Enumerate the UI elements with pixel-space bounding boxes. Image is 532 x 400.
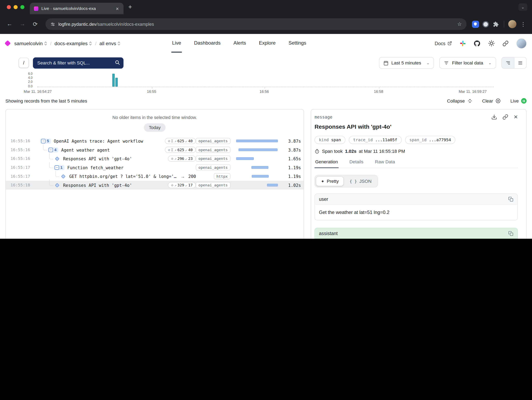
trace-row-selected[interactable]: 16:55:18 Responses API with 'gpt-4o' ⊘↗3…	[6, 181, 304, 190]
row-timestamp: 16:55:17	[11, 165, 32, 170]
new-tab-button[interactable]: +	[128, 3, 132, 11]
list-view-toggle[interactable]	[514, 57, 526, 68]
shield-extension-icon[interactable]	[471, 20, 479, 28]
breadcrumb-env[interactable]: all envs	[99, 40, 120, 46]
tab-generation[interactable]: Generation	[315, 159, 339, 168]
slash-shortcut-key[interactable]: /	[19, 58, 29, 68]
project-name: docs-examples	[54, 40, 88, 46]
span-diamond-icon	[55, 183, 59, 187]
share-link-icon[interactable]	[502, 40, 509, 47]
output-tokens-arrow-icon: ↙	[185, 139, 187, 143]
browser-tab[interactable]: Live · samuelcolvin/docs-exa ×	[30, 3, 123, 14]
scope-tag: openai_agents	[196, 182, 230, 188]
password-extension-icon[interactable]	[481, 20, 489, 28]
pretty-toggle[interactable]: ✦Pretty	[316, 176, 344, 186]
user-avatar[interactable]	[516, 38, 526, 48]
tab-alerts[interactable]: Alerts	[233, 34, 247, 53]
tab-details[interactable]: Details	[349, 159, 364, 168]
back-button[interactable]: ←	[4, 19, 15, 30]
window-close-button[interactable]	[7, 5, 11, 9]
download-tray-icon[interactable]	[491, 114, 497, 120]
input-tokens-arrow-icon: ↗	[174, 148, 176, 152]
badge-key: span_id	[409, 138, 426, 142]
collapse-toggle[interactable]: −4	[48, 147, 58, 152]
window-minimize-button[interactable]	[13, 5, 18, 9]
forward-button[interactable]: →	[17, 19, 28, 30]
live-toggle-button[interactable]: Live	[510, 98, 526, 103]
badge-value: ...a77954	[429, 138, 451, 142]
close-panel-icon[interactable]: ×	[514, 113, 518, 120]
slack-icon[interactable]	[459, 40, 466, 47]
output-tokens-arrow-icon: ↙	[185, 183, 187, 187]
input-tokens: 625	[177, 148, 184, 152]
trace-row[interactable]: 16:55:16 Responses API with 'gpt-4o' ⊘↗2…	[6, 154, 304, 163]
day-badge: Today	[144, 123, 166, 132]
tab-dashboards[interactable]: Dashboards	[193, 34, 221, 53]
window-zoom-button[interactable]	[20, 5, 25, 9]
extensions-puzzle-icon[interactable]	[492, 20, 500, 28]
trace-row[interactable]: 16:55:17 GET httpbin.org/get ? lat='51.0…	[6, 172, 304, 181]
browser-menu-icon[interactable]: ⋮	[519, 21, 528, 27]
span-id-badge[interactable]: span_id...a77954	[405, 136, 456, 144]
filter-icon	[444, 60, 449, 65]
copy-link-icon[interactable]	[503, 114, 508, 120]
screen: Live · samuelcolvin/docs-exa × + ⌄ ← → ⟳…	[0, 0, 532, 239]
time-range-dropdown[interactable]: Last 5 minutes ⌄	[379, 57, 434, 69]
trace-row[interactable]: 16:55:16 −5 OpenAI Agents trace: Agent w…	[6, 136, 304, 146]
detail-actions: ×	[491, 113, 518, 120]
minus-icon: −	[41, 139, 45, 143]
url-text: logfire.pydantic.dev/samuelcolvin/docs-e…	[58, 21, 154, 26]
trace-id-badge[interactable]: trace_id...11a05f	[349, 136, 402, 144]
duration-bar	[252, 175, 269, 178]
json-toggle[interactable]: { }JSON	[345, 176, 377, 186]
stopwatch-icon	[315, 149, 320, 154]
copy-icon[interactable]	[508, 231, 513, 236]
bookmark-star-icon[interactable]: ☆	[457, 21, 462, 27]
pretty-json-switch: ✦Pretty { }JSON	[315, 175, 378, 187]
trace-row[interactable]: 16:55:17 −1 Function fetch_weather opena…	[6, 163, 304, 172]
github-icon[interactable]	[474, 40, 481, 47]
tab-search-button[interactable]: ⌄	[519, 3, 527, 11]
theme-sun-icon[interactable]	[488, 40, 495, 47]
input-tokens: 625	[177, 139, 184, 143]
app-header: samuelcolvin / docs-examples / all envs …	[0, 34, 532, 53]
status-row: Showing records from the last 5 minutes …	[6, 97, 526, 105]
tab-explore[interactable]: Explore	[258, 34, 276, 53]
tree-indent	[32, 138, 40, 144]
collapse-button[interactable]: Collapse	[447, 98, 473, 103]
trace-row[interactable]: 16:55:16 −4 Agent weather agent ⊘Σ↗625↙4…	[6, 145, 304, 154]
search-input[interactable]	[33, 57, 123, 68]
copy-icon[interactable]	[508, 197, 513, 202]
duration-bar-track	[236, 166, 285, 169]
tab-live[interactable]: Live	[171, 34, 182, 53]
tokens-icon: ⊘	[168, 139, 170, 143]
row-timestamp: 16:55:18	[11, 183, 32, 187]
span-name: Responses API with 'gpt-4o'	[63, 183, 132, 188]
main-content: No older items in the selected time wind…	[6, 109, 526, 239]
filter-local-data-dropdown[interactable]: Filter local data ⌄	[439, 57, 496, 69]
browser-profile-avatar[interactable]	[508, 20, 516, 28]
collapse-toggle[interactable]: −5	[40, 138, 51, 143]
breadcrumb-org[interactable]: samuelcolvin	[14, 40, 47, 46]
span-name: GET httpbin.org/get ? lat='51.0' & long=…	[69, 174, 177, 179]
token-usage-badge: ⊘Σ↗625↙40	[165, 138, 196, 144]
url-host: logfire.pydantic.dev	[58, 21, 96, 26]
tab-close-icon[interactable]: ×	[115, 6, 120, 11]
site-settings-icon[interactable]	[50, 21, 55, 26]
collapse-toggle[interactable]: −1	[54, 165, 65, 170]
breadcrumb-project[interactable]: docs-examples	[54, 40, 92, 46]
tab-settings[interactable]: Settings	[288, 34, 307, 53]
tab-raw-data[interactable]: Raw Data	[374, 159, 396, 168]
clear-button[interactable]: Clear	[482, 98, 501, 103]
output-tokens: 17	[188, 183, 193, 187]
docs-link[interactable]: Docs	[435, 40, 452, 46]
url-bar[interactable]: logfire.pydantic.dev/samuelcolvin/docs-e…	[45, 19, 467, 30]
message-card-header: user	[315, 194, 517, 205]
external-link-icon	[448, 41, 452, 45]
reload-button[interactable]: ⟳	[30, 19, 41, 30]
list-view-icon	[518, 60, 523, 65]
output-tokens-arrow-icon: ↙	[185, 148, 187, 152]
assistant-toolcall-card: assistant Tool calls fetch_weather ⌄{1 i…	[315, 228, 518, 239]
records-histogram[interactable]: 6.0 4.0 2.0 0.0 Mar 11. 16:54:27 16:55 1…	[0, 72, 532, 94]
tree-view-toggle[interactable]	[502, 57, 514, 68]
